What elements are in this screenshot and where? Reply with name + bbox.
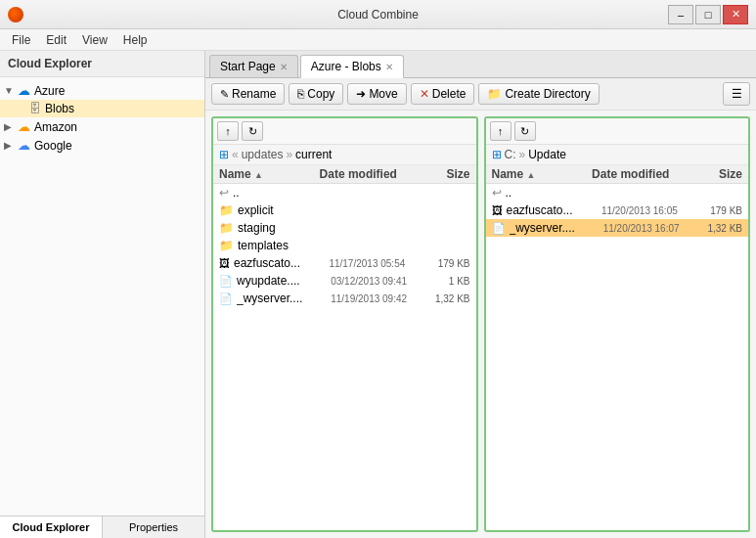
folder-staging-icon: 📁 (219, 221, 234, 235)
expand-amazon-icon: ▶ (4, 121, 14, 132)
file-wyupdate-icon: 📄 (219, 275, 233, 288)
menu-file[interactable]: File (4, 31, 38, 49)
tree-label-blobs: Blobs (45, 102, 74, 115)
right-row-eazfuscator[interactable]: 🖼 eazfuscato... 11/20/2013 16:05 179 KB (486, 202, 749, 219)
right-file-date-eaz: 11/20/2013 16:05 (601, 205, 692, 216)
delete-label: Delete (432, 87, 467, 101)
left-row-wyserver[interactable]: 📄 _wyserver.... 11/19/2013 09:42 1,32 KB (213, 290, 476, 307)
close-button[interactable]: ✕ (723, 5, 748, 24)
file-wyserver-icon: 📄 (219, 292, 233, 305)
menu-bar: File Edit View Help (0, 29, 756, 51)
sidebar: Cloud Explorer ▼ ☁ Azure 🗄 Blobs ▶ ☁ Ama… (0, 51, 205, 538)
right-nav-up[interactable]: ↑ (490, 121, 511, 141)
folder-templates-icon: 📁 (219, 239, 234, 252)
menu-edit[interactable]: Edit (38, 31, 74, 49)
tab-properties[interactable]: Properties (103, 516, 204, 538)
left-col-date[interactable]: Date modified (320, 167, 421, 181)
create-directory-button[interactable]: 📁 Create Directory (478, 83, 599, 105)
rename-icon: ✎ (220, 88, 229, 101)
left-nav-refresh[interactable]: ↻ (242, 121, 263, 141)
right-file-header: Name ▲ Date modified Size (486, 165, 749, 184)
create-dir-icon: 📁 (487, 87, 502, 101)
main-layout: Cloud Explorer ▼ ☁ Azure 🗄 Blobs ▶ ☁ Ama… (0, 51, 756, 538)
left-row-eazfuscator[interactable]: 🖼 eazfuscato... 11/17/2013 05:54 179 KB (213, 254, 476, 272)
tree-label-amazon: Amazon (34, 120, 77, 134)
menu-help[interactable]: Help (115, 31, 156, 49)
left-breadcrumb-updates[interactable]: updates (242, 148, 284, 161)
list-view-button[interactable]: ☰ (723, 82, 750, 106)
right-breadcrumb-update: Update (528, 148, 566, 161)
right-breadcrumb-c[interactable]: C: (505, 148, 516, 161)
left-col-size[interactable]: Size (420, 167, 469, 181)
left-file-name-wys: _wyserver.... (237, 291, 327, 305)
rename-label: Rename (232, 87, 276, 101)
left-row-parent[interactable]: ↩ .. (213, 184, 476, 202)
left-file-name-staging: staging (238, 221, 328, 235)
blob-storage-icon: 🗄 (29, 102, 41, 115)
delete-button[interactable]: ✕ Delete (411, 83, 475, 105)
left-breadcrumb-sep2: » (286, 148, 292, 161)
left-panel-nav: ↑ ↻ (213, 118, 476, 145)
tree-area: ▼ ☁ Azure 🗄 Blobs ▶ ☁ Amazon ▶ ☁ Google (0, 77, 204, 516)
right-col-name[interactable]: Name ▲ (492, 167, 593, 181)
left-breadcrumb-icon: ⊞ (219, 148, 229, 161)
right-parent-icon: ↩ (492, 186, 502, 200)
tree-item-blobs[interactable]: 🗄 Blobs (0, 100, 204, 117)
folder-explicit-icon: 📁 (219, 203, 234, 217)
tab-start-page[interactable]: Start Page ✕ (209, 55, 298, 77)
content-area: Start Page ✕ Azure - Blobs ✕ ✎ Rename ⎘ … (205, 51, 756, 538)
right-row-wyserver[interactable]: 📄 _wyserver.... 11/20/2013 16:07 1,32 KB (486, 219, 749, 237)
tree-item-amazon[interactable]: ▶ ☁ Amazon (0, 117, 204, 136)
tab-start-page-label: Start Page (220, 60, 276, 73)
left-row-templates[interactable]: 📁 templates (213, 237, 476, 254)
tab-azure-blobs-label: Azure - Blobs (311, 60, 381, 73)
left-nav-up[interactable]: ↑ (217, 121, 239, 141)
left-file-size-wy: 1 KB (424, 276, 469, 287)
left-file-name-parent: .. (233, 186, 325, 200)
right-row-parent[interactable]: ↩ .. (486, 184, 749, 202)
tab-azure-blobs[interactable]: Azure - Blobs ✕ (300, 55, 404, 78)
left-file-size-wys: 1,32 KB (424, 293, 469, 304)
right-nav-refresh[interactable]: ↻ (514, 121, 536, 141)
left-row-explicit[interactable]: 📁 explicit (213, 202, 476, 219)
right-col-date[interactable]: Date modified (592, 167, 692, 181)
tab-cloud-explorer[interactable]: Cloud Explorer (0, 516, 103, 538)
left-breadcrumb: ⊞ « updates » current (213, 145, 476, 165)
name-sort-arrow: ▲ (254, 170, 263, 180)
right-file-list: ↩ .. 🖼 eazfuscato... 11/20/2013 16:05 17… (486, 184, 749, 530)
parent-folder-icon: ↩ (219, 186, 229, 200)
minimize-button[interactable]: – (668, 5, 693, 24)
right-file-name-parent: .. (506, 186, 598, 200)
move-button[interactable]: ➜ Move (347, 83, 406, 105)
left-file-name-wy: wyupdate.... (237, 274, 327, 288)
left-file-name-templates: templates (238, 239, 328, 252)
tree-item-azure[interactable]: ▼ ☁ Azure (0, 81, 204, 100)
tree-label-azure: Azure (34, 84, 65, 98)
panels-area: ↑ ↻ ⊞ « updates » current Name ▲ Date mo… (205, 111, 756, 538)
tree-label-google: Google (34, 139, 72, 153)
toolbar: ✎ Rename ⎘ Copy ➜ Move ✕ Delete 📁 Create… (205, 78, 756, 111)
tab-start-page-close[interactable]: ✕ (280, 62, 288, 72)
copy-button[interactable]: ⎘ Copy (289, 83, 343, 105)
left-file-list: ↩ .. 📁 explicit 📁 staging (213, 184, 476, 530)
left-col-name[interactable]: Name ▲ (219, 167, 320, 181)
right-file-name-wys: _wyserver.... (510, 221, 600, 235)
rename-button[interactable]: ✎ Rename (211, 83, 285, 105)
app-icon (8, 7, 23, 22)
title-bar: Cloud Combine – □ ✕ (0, 0, 756, 29)
tree-item-google[interactable]: ▶ ☁ Google (0, 136, 204, 155)
right-col-size[interactable]: Size (692, 167, 742, 181)
copy-icon: ⎘ (297, 87, 304, 101)
left-row-wyupdate[interactable]: 📄 wyupdate.... 03/12/2013 09:41 1 KB (213, 272, 476, 290)
tab-azure-blobs-close[interactable]: ✕ (385, 62, 393, 72)
right-breadcrumb-sep: » (519, 148, 526, 161)
menu-view[interactable]: View (74, 31, 115, 49)
title-bar-controls: – □ ✕ (668, 5, 748, 24)
left-row-staging[interactable]: 📁 staging (213, 219, 476, 237)
left-breadcrumb-current: current (295, 148, 332, 161)
list-view-icon: ☰ (732, 87, 742, 101)
right-breadcrumb-icon: ⊞ (492, 148, 502, 161)
copy-label: Copy (307, 87, 334, 101)
maximize-button[interactable]: □ (695, 5, 721, 24)
file-eazfuscator-icon: 🖼 (219, 257, 230, 269)
